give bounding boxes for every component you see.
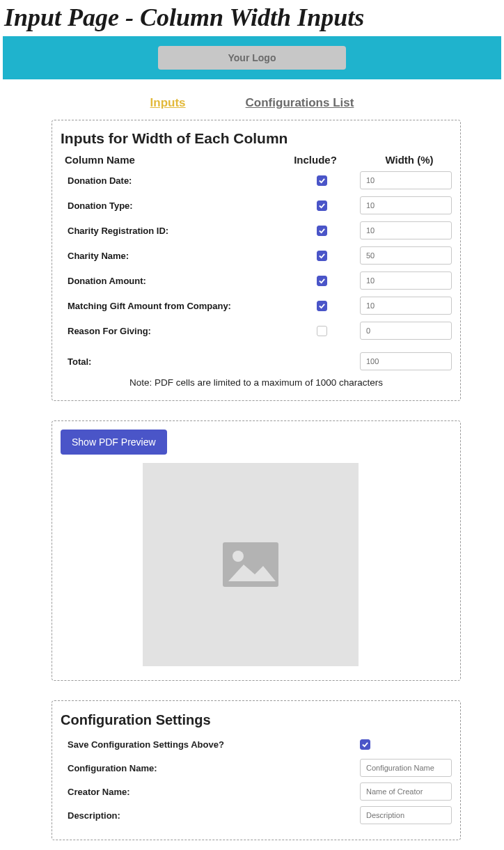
column-width-panel: Inputs for Width of Each Column Column N…: [52, 120, 461, 401]
logo-placeholder: Your Logo: [158, 46, 346, 70]
column-row: Donation Date:: [68, 171, 453, 189]
column-row: Reason For Giving:: [68, 322, 453, 340]
note-text: Note: PDF cells are limited to a maximum…: [59, 377, 453, 388]
cfg-save-row: Save Configuration Settings Above?: [68, 735, 453, 753]
include-checkbox[interactable]: [317, 301, 327, 311]
cfg-desc-label: Description:: [68, 810, 360, 821]
width-input[interactable]: [360, 196, 452, 214]
column-label: Reason For Giving:: [68, 326, 283, 336]
column-label: Donation Date:: [68, 175, 283, 186]
total-input[interactable]: [360, 352, 452, 370]
column-label: Donation Type:: [68, 200, 283, 211]
header-width: Width (%): [357, 154, 462, 166]
total-row: Total:: [68, 352, 453, 370]
show-pdf-preview-button[interactable]: Show PDF Preview: [61, 430, 167, 455]
column-row: Charity Name:: [68, 246, 453, 265]
include-checkbox[interactable]: [317, 326, 327, 336]
cfg-name-row: Configuration Name:: [68, 759, 453, 777]
cfg-creator-label: Creator Name:: [68, 787, 360, 797]
cfg-desc-input[interactable]: [360, 806, 452, 824]
column-headers: Column Name Include? Width (%): [65, 154, 453, 166]
column-row: Charity Registration ID:: [68, 221, 453, 239]
cfg-desc-row: Description:: [68, 806, 453, 824]
svg-point-1: [233, 551, 244, 562]
column-label: Matching Gift Amount from Company:: [68, 301, 283, 311]
configuration-heading: Configuration Settings: [61, 712, 453, 728]
include-checkbox[interactable]: [317, 226, 327, 236]
column-label: Charity Registration ID:: [68, 226, 283, 236]
column-label: Charity Name:: [68, 251, 283, 261]
pdf-preview-panel: Show PDF Preview: [52, 420, 461, 681]
tab-inputs[interactable]: Inputs: [150, 96, 186, 110]
logo-bar: Your Logo: [3, 36, 501, 79]
tab-configurations[interactable]: Configurations List: [246, 96, 354, 110]
width-input[interactable]: [360, 297, 452, 315]
header-column-name: Column Name: [65, 154, 274, 166]
cfg-name-input[interactable]: [360, 759, 452, 777]
include-checkbox[interactable]: [317, 251, 327, 261]
include-checkbox[interactable]: [317, 175, 327, 186]
width-input[interactable]: [360, 246, 452, 265]
column-row: Donation Amount:: [68, 271, 453, 290]
cfg-creator-row: Creator Name:: [68, 782, 453, 801]
column-width-heading: Inputs for Width of Each Column: [61, 130, 453, 147]
total-label: Total:: [68, 356, 283, 367]
cfg-creator-input[interactable]: [360, 782, 452, 801]
cfg-save-label: Save Configuration Settings Above?: [68, 739, 360, 750]
cfg-name-label: Configuration Name:: [68, 763, 360, 773]
tabs: Inputs Configurations List: [0, 96, 504, 110]
column-label: Donation Amount:: [68, 276, 283, 286]
width-input[interactable]: [360, 271, 452, 290]
image-placeholder-icon: [223, 542, 278, 587]
column-row: Matching Gift Amount from Company:: [68, 297, 453, 315]
pdf-preview-placeholder: [143, 463, 359, 666]
configuration-settings-panel: Configuration Settings Save Configuratio…: [52, 700, 461, 840]
include-checkbox[interactable]: [317, 200, 327, 211]
column-row: Donation Type:: [68, 196, 453, 214]
header-include: Include?: [274, 154, 357, 166]
width-input[interactable]: [360, 322, 452, 340]
cfg-save-checkbox[interactable]: [360, 739, 370, 750]
include-checkbox[interactable]: [317, 276, 327, 286]
width-input[interactable]: [360, 171, 452, 189]
page-title: Input Page - Column Width Inputs: [4, 3, 504, 32]
width-input[interactable]: [360, 221, 452, 239]
